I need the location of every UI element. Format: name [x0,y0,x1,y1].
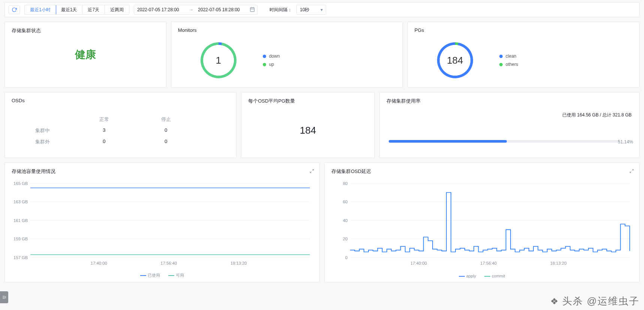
card-title: 存储池容量使用情况 [12,168,313,175]
filter-toolbar: 最近1小时 最近1天 近7天 近两周 → 时间间隔： 10秒 ▾ [4,2,640,17]
col-stopped: 停止 [135,114,197,125]
refresh-button[interactable] [9,5,20,14]
osds-table: 正常 停止 集群中 3 0 集群外 0 0 [12,103,197,148]
interval-select[interactable]: 10秒 ▾ [297,5,326,15]
svg-text:18:13:20: 18:13:20 [231,261,247,265]
tab-1d[interactable]: 最近1天 [56,5,83,14]
expand-button[interactable] [629,168,634,175]
svg-rect-0 [250,7,255,11]
in-normal: 3 [73,125,135,136]
svg-text:40: 40 [343,218,348,223]
col-normal: 正常 [73,114,135,125]
avg-pg-value: 184 [248,104,368,136]
refresh-icon [12,7,17,12]
osds-card: OSDs 正常 停止 集群中 3 0 集群外 0 0 [4,92,237,158]
svg-text:161 GB: 161 GB [13,218,28,223]
svg-text:17:56:40: 17:56:40 [160,261,177,265]
pgs-legend: clean others [499,54,518,67]
monitors-count: 1 [216,55,221,66]
usage-card: 存储集群使用率 已使用 164.56 GB / 总计 321.8 GB 51.1… [379,92,640,158]
tab-7d[interactable]: 近7天 [82,5,105,14]
arrow-right-icon: → [189,7,193,12]
legend-item-clean: clean [499,54,518,59]
card-title: 存储集群使用率 [386,98,632,104]
svg-text:20: 20 [343,237,348,241]
svg-text:17:40:00: 17:40:00 [410,261,427,265]
svg-text:18:13:20: 18:13:20 [550,261,567,265]
expand-button[interactable] [310,168,314,175]
expand-icon [310,169,314,173]
monitors-legend: down up [263,54,280,67]
svg-text:163 GB: 163 GB [13,200,28,204]
pgs-donut: 184 [437,42,473,78]
cluster-status-card: 存储集群状态 健康 [4,22,166,88]
legend-item-down: down [263,54,280,59]
legend-avail: 可用 [168,273,184,278]
datetime-range-picker[interactable]: → [134,5,258,15]
interval-label: 时间间隔： [270,7,292,13]
dot-icon [263,63,266,66]
datetime-to-input[interactable] [197,7,246,13]
dot-icon [263,55,266,58]
pgs-card: PGs 184 clean others [407,22,640,88]
usage-text: 已使用 164.56 GB / 总计 321.8 GB [562,112,632,118]
legend-label: down [269,54,280,59]
pool-usage-chart[interactable]: 157 GB159 GB161 GB163 GB165 GB17:40:0017… [10,180,314,267]
out-normal: 0 [73,136,135,148]
pool-legend: 已使用 可用 [5,273,319,278]
osd-latency-chart[interactable]: 02040608017:40:0017:56:4018:13:20 [330,180,634,267]
in-stopped: 0 [135,125,197,136]
legend-label: others [506,62,518,67]
latency-legend: apply commit [325,274,639,278]
legend-item-others: others [499,62,518,67]
card-title: 每个OSD平均PG数量 [248,98,368,104]
card-title: Monitors [178,27,396,33]
monitors-donut: 1 [201,42,237,78]
cluster-health-value: 健康 [75,48,96,62]
usage-percent: 51.14% [618,139,633,145]
legend-label: up [269,62,274,67]
legend-item-up: up [263,62,280,67]
svg-text:159 GB: 159 GB [13,237,28,241]
monitors-card: Monitors 1 down up [171,22,403,88]
pool-usage-chart-card: 存储池容量使用情况 157 GB159 GB161 GB163 GB165 GB… [4,162,320,282]
datetime-from-input[interactable] [136,7,185,13]
row-in: 集群中 [12,125,73,136]
legend-commit: commit [484,274,505,278]
card-title: 存储集群OSD延迟 [331,168,632,175]
legend-label: clean [506,54,517,59]
osd-latency-chart-card: 存储集群OSD延迟 02040608017:40:0017:56:4018:13… [324,162,640,282]
card-title: OSDs [12,98,229,103]
svg-text:60: 60 [343,200,348,204]
dot-icon [499,63,503,66]
svg-text:0: 0 [345,255,347,260]
usage-progress [389,140,620,143]
svg-text:80: 80 [343,181,348,186]
pgs-count: 184 [447,55,463,66]
dot-icon [499,55,503,58]
svg-text:17:56:40: 17:56:40 [480,261,497,265]
card-title: PGs [415,27,632,33]
out-stopped: 0 [135,136,197,148]
svg-text:157 GB: 157 GB [13,255,28,260]
legend-used: 已使用 [140,273,160,278]
calendar-icon [250,7,255,13]
row-out: 集群外 [12,136,73,148]
avg-pg-card: 每个OSD平均PG数量 184 [241,92,375,158]
card-title: 存储集群状态 [12,27,159,34]
svg-text:17:40:00: 17:40:00 [91,261,107,265]
tab-2w[interactable]: 近两周 [105,5,129,14]
svg-text:165 GB: 165 GB [13,181,28,186]
tab-1h[interactable]: 最近1小时 [24,5,56,15]
time-range-tabs: 最近1小时 最近1天 近7天 近两周 [24,5,129,15]
expand-icon [629,169,634,173]
legend-apply: apply [459,274,476,278]
interval-value: 10秒 [300,7,309,13]
chevron-down-icon: ▾ [321,7,323,12]
